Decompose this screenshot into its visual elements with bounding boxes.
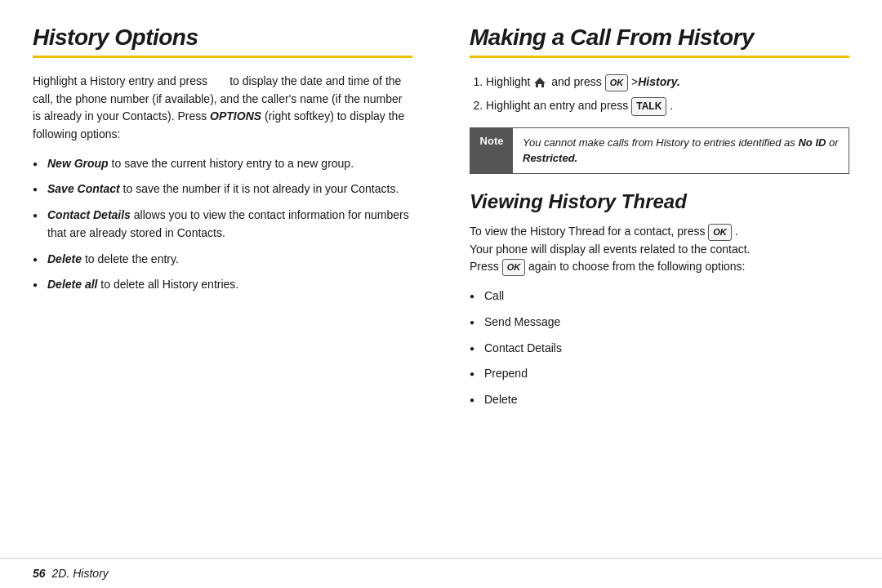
right-title-underline [470, 56, 849, 58]
page: History Options Highlight a History entr… [0, 0, 882, 588]
left-title: History Options [33, 24, 412, 51]
right-column: Making a Call From History Highlight and… [453, 24, 849, 541]
left-bullet-list: New Group to save the current history en… [33, 155, 412, 294]
list-item: Call [470, 287, 849, 305]
thread-bullet-list: Call Send Message Contact Details Prepen… [470, 287, 849, 408]
note-label: Note [470, 128, 513, 173]
footer: 56 2D. History [0, 558, 882, 588]
list-item: Contact Details allows you to view the c… [33, 207, 412, 242]
sub-title: Viewing History Thread [470, 190, 849, 213]
left-column: History Options Highlight a History entr… [33, 24, 429, 541]
list-item: Delete all to delete all History entries… [33, 276, 412, 294]
list-item: Prepend [470, 365, 849, 383]
step-1: Highlight and press OK >History. [486, 73, 849, 91]
footer-section: 2D. History [52, 567, 109, 580]
svg-marker-0 [534, 78, 546, 87]
content-area: History Options Highlight a History entr… [0, 0, 882, 558]
note-content: You cannot make calls from History to en… [513, 128, 849, 173]
right-title: Making a Call From History [470, 24, 849, 51]
list-item: Contact Details [470, 340, 849, 358]
ok-key: OK [605, 74, 629, 92]
list-item: Delete [470, 391, 849, 409]
list-item: Send Message [470, 314, 849, 332]
list-item: New Group to save the current history en… [33, 155, 412, 173]
talk-key: TALK [631, 97, 666, 116]
step-2: Highlight an entry and press TALK . [486, 96, 849, 116]
ok-key-3: OK [502, 259, 526, 276]
left-intro-text: Highlight a History entry and press to d… [33, 74, 404, 140]
left-intro: Highlight a History entry and press to d… [33, 73, 412, 144]
note-box: Note You cannot make calls from History … [470, 127, 849, 174]
list-item: Save Contact to save the number if it is… [33, 180, 412, 198]
thread-intro: To view the History Thread for a contact… [470, 223, 849, 276]
home-icon [533, 76, 546, 89]
ok-key-2: OK [708, 224, 732, 241]
list-item: Delete to delete the entry. [33, 251, 412, 269]
steps-list: Highlight and press OK >History. Highlig… [470, 73, 849, 116]
left-title-underline [33, 56, 412, 58]
footer-page: 56 [33, 567, 46, 580]
